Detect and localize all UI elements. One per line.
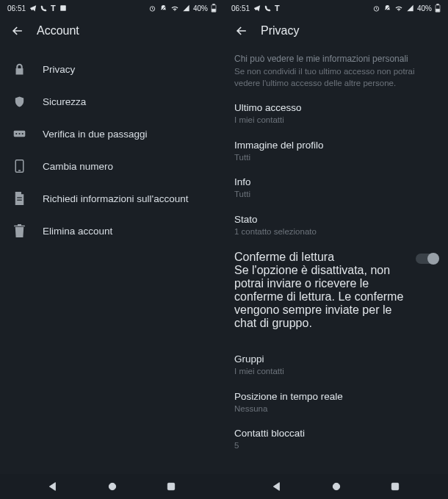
setting-blocked[interactable]: Contatti bloccati 5 <box>224 422 448 459</box>
android-navbar <box>0 474 224 499</box>
setting-title: Stato <box>234 214 438 225</box>
signal-icon <box>182 4 190 12</box>
alarm-icon <box>148 4 156 12</box>
trash-icon <box>12 223 26 238</box>
svg-point-9 <box>21 133 23 134</box>
setting-read-receipts[interactable]: Conferme di lettura Se l'opzione è disat… <box>224 245 448 337</box>
status-time: 06:51 <box>231 4 250 12</box>
menu-label: Elimina account <box>43 226 112 237</box>
privacy-intro: Chi può vedere le mie informazioni perso… <box>224 49 448 96</box>
status-bar: 06:51 T 40% <box>0 0 224 16</box>
setting-title: Immagine del profilo <box>234 140 438 151</box>
t-notif-icon: T <box>51 4 56 12</box>
setting-profile-photo[interactable]: Immagine del profilo Tutti <box>224 134 448 171</box>
menu-item-delete[interactable]: Elimina account <box>0 215 224 247</box>
dnd-icon <box>383 4 391 12</box>
nav-back-icon[interactable] <box>271 481 283 492</box>
read-receipts-toggle[interactable] <box>416 254 438 264</box>
account-menu: Privacy Sicurezza Verifica in due passag… <box>0 49 224 251</box>
menu-item-security[interactable]: Sicurezza <box>0 85 224 118</box>
svg-rect-19 <box>437 4 438 5</box>
privacy-header: Privacy <box>224 16 448 49</box>
t-notif-icon: T <box>275 4 280 12</box>
menu-item-privacy[interactable]: Privacy <box>0 53 224 85</box>
setting-title: Contatti bloccati <box>234 428 438 439</box>
nav-home-icon[interactable] <box>330 481 342 492</box>
menu-item-request-info[interactable]: Richiedi informazioni sull'account <box>0 182 224 215</box>
menu-label: Verifica in due passaggi <box>43 129 148 140</box>
telegram-icon <box>29 4 37 12</box>
lock-icon <box>12 62 26 76</box>
svg-rect-0 <box>60 5 66 11</box>
setting-last-seen[interactable]: Ultimo accesso I miei contatti <box>224 96 448 134</box>
shield-icon <box>12 94 26 109</box>
status-bar: 06:51 T 40% <box>224 0 448 16</box>
back-icon[interactable] <box>10 24 25 38</box>
wifi-icon <box>394 4 403 12</box>
svg-rect-5 <box>212 9 216 12</box>
setting-sub: I miei contatti <box>234 366 438 378</box>
nav-back-icon[interactable] <box>47 481 59 492</box>
svg-rect-12 <box>17 197 22 198</box>
app-icon <box>59 4 67 12</box>
svg-rect-15 <box>167 483 174 489</box>
setting-sub: Nessuna <box>234 403 438 415</box>
menu-label: Sicurezza <box>43 96 86 107</box>
intro-text: Se non condividi il tuo ultimo accesso n… <box>234 66 438 89</box>
document-icon <box>12 191 26 206</box>
nav-home-icon[interactable] <box>106 481 118 492</box>
setting-live-location[interactable]: Posizione in tempo reale Nessuna <box>224 385 448 423</box>
setting-desc: Se l'opzione è disattivata, non potrai i… <box>234 264 410 330</box>
account-header: Account <box>0 16 224 49</box>
page-title: Account <box>37 24 79 37</box>
android-navbar <box>224 474 448 499</box>
svg-point-7 <box>15 133 17 134</box>
setting-sub: Tutti <box>234 152 438 164</box>
phone-icon <box>12 159 26 173</box>
setting-sub: 5 <box>234 440 438 452</box>
setting-sub: 1 contatto selezionato <box>234 226 438 238</box>
setting-sub: I miei contatti <box>234 115 438 126</box>
setting-title: Gruppi <box>234 353 438 365</box>
password-icon <box>12 126 26 141</box>
menu-item-twostep[interactable]: Verifica in due passaggi <box>0 118 224 150</box>
menu-label: Cambia numero <box>43 161 113 172</box>
back-icon[interactable] <box>234 24 249 38</box>
svg-rect-22 <box>391 483 398 489</box>
wifi-icon <box>170 4 179 12</box>
intro-title: Chi può vedere le mie informazioni perso… <box>234 53 438 65</box>
svg-rect-13 <box>17 200 22 201</box>
setting-title: Info <box>234 176 438 187</box>
nav-recent-icon[interactable] <box>165 481 177 492</box>
battery-text: 40% <box>417 4 432 12</box>
setting-title: Ultimo accesso <box>234 102 438 113</box>
svg-point-14 <box>109 483 115 489</box>
phone-small-icon <box>264 5 271 12</box>
menu-item-change-number[interactable]: Cambia numero <box>0 150 224 182</box>
telegram-icon <box>253 4 261 12</box>
svg-point-21 <box>333 483 339 489</box>
page-title: Privacy <box>261 24 299 37</box>
battery-icon <box>435 4 441 12</box>
signal-icon <box>406 4 414 12</box>
phone-small-icon <box>40 5 47 12</box>
svg-rect-20 <box>436 9 440 12</box>
battery-icon <box>211 4 217 12</box>
menu-label: Privacy <box>43 64 75 75</box>
setting-sub: Tutti <box>234 189 438 201</box>
setting-title: Posizione in tempo reale <box>234 391 438 402</box>
menu-label: Richiedi informazioni sull'account <box>43 193 188 204</box>
setting-status[interactable]: Stato 1 contatto selezionato <box>224 208 448 245</box>
setting-title: Conferme di lettura <box>234 251 410 264</box>
nav-recent-icon[interactable] <box>389 481 401 492</box>
battery-text: 40% <box>193 4 208 12</box>
setting-groups[interactable]: Gruppi I miei contatti <box>224 348 448 385</box>
svg-point-8 <box>18 133 20 134</box>
alarm-icon <box>372 4 380 12</box>
svg-rect-4 <box>213 4 214 5</box>
setting-about[interactable]: Info Tutti <box>224 170 448 208</box>
dnd-icon <box>159 4 167 12</box>
status-time: 06:51 <box>7 4 26 12</box>
